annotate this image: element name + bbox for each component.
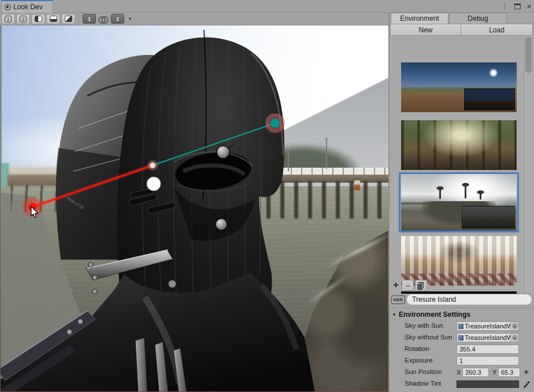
duplicate-icon [418,282,424,289]
layout-split-zone-button[interactable] [61,14,75,24]
env-list-scrollbar[interactable] [524,36,532,292]
environment-settings-section: ▼ Environment Settings Sky with Sun Trea… [390,308,534,392]
duplicate-environment-button[interactable] [415,280,427,291]
layout-split-horizontal-button[interactable] [46,14,60,24]
env-thumbnail-redwood-forest[interactable] [401,120,517,170]
close-icon[interactable]: × [526,1,532,12]
cubemap-asset-icon [458,335,463,341]
toolbar-separator [79,14,79,24]
sun-glow [489,68,498,77]
palm-tree [480,193,481,199]
lookdev-window-tab[interactable]: Look Dev [1,0,53,13]
environment-list [390,36,534,294]
sun-pick-button[interactable]: ☀ [521,368,531,377]
env-thumbnail-treasure-island[interactable] [401,174,517,231]
tab-environment[interactable]: Environment [391,13,448,24]
sky-without-sun-label: Sky without Sun [405,334,452,341]
sky-with-sun-field[interactable]: TreasureIslandWh [457,321,519,331]
exposure-label: Exposure [405,357,433,364]
split-zone-icon [65,16,72,22]
window-menu-icon[interactable]: ⋮ [501,1,509,12]
foldout-arrow-icon[interactable]: ▼ [392,312,396,317]
env-thumbnail-church-interior[interactable] [401,236,517,286]
object-picker-icon [513,324,517,328]
palm-tree [439,189,441,199]
add-environment-button[interactable]: + [391,279,400,291]
x-axis-label: X [457,369,461,376]
split-vertical-icon [35,16,42,22]
shadow-inset [462,206,515,229]
lookdev-eye-icon [5,4,11,10]
title-bar: Look Dev ⋮ × [0,0,534,13]
link-cameras-icon[interactable] [98,16,109,22]
camera-2-button[interactable]: 2 [111,14,124,24]
cubemap-asset-icon [458,324,463,329]
env-thumbnail-sunny-plain[interactable] [401,62,517,112]
environment-settings-header[interactable]: ▼ Environment Settings [392,310,470,319]
environment-name-field[interactable]: Tresure Island [406,294,532,305]
tab-debug[interactable]: Debug [449,13,507,24]
split-horizontal-icon [50,16,57,22]
white-marker-dot [147,177,161,191]
maximize-icon[interactable] [514,3,521,9]
object-picker-icon [513,335,517,340]
new-button[interactable]: New [390,24,461,36]
camera-dropdown-button[interactable]: ▼ [125,14,135,24]
exposure-field[interactable]: 1 [457,356,519,365]
character-model: AON 2770 [1,25,388,392]
layout-split-vertical-button[interactable] [31,14,45,24]
y-axis-label: Y [492,369,496,376]
hdr-badge: HDR [391,295,405,304]
object-picker-button[interactable] [510,334,518,342]
palm-tree [465,186,466,198]
layout-single2-button[interactable]: 2 [16,14,30,24]
load-button[interactable]: Load [461,24,533,36]
rotation-label: Rotation [405,345,429,352]
sun-handle[interactable] [270,119,280,128]
camera-1-button[interactable]: 1 [83,14,96,24]
remove-environment-button[interactable]: − [402,280,414,291]
sky-with-sun-label: Sky with Sun [405,322,443,329]
object-picker-button[interactable] [510,322,518,330]
rotation-field[interactable]: 355.4 [457,345,519,354]
layout-single1-button[interactable]: 1 [1,14,15,24]
shadow-tint-label: Shadow Tint [405,380,441,387]
sun-position-y-field[interactable]: 65.3 [498,368,520,377]
scrollbar-thumb[interactable] [525,37,532,73]
gizmo-anchor-dot [150,162,155,168]
window-title: Look Dev [13,3,43,11]
environment-panel: Environment Debug New Load + − HDR [390,13,534,392]
lookdev-viewport[interactable]: AON 2770 [0,25,388,392]
shadow-tint-swatch[interactable] [457,380,519,388]
sun-position-x-field[interactable]: 260.3 [462,368,489,377]
sky-without-sun-field[interactable]: TreasureIslandWh [457,333,519,342]
shadow-inset [464,88,515,110]
sun-position-label: Sun Position [405,368,442,375]
eyedropper-icon[interactable] [522,380,531,389]
